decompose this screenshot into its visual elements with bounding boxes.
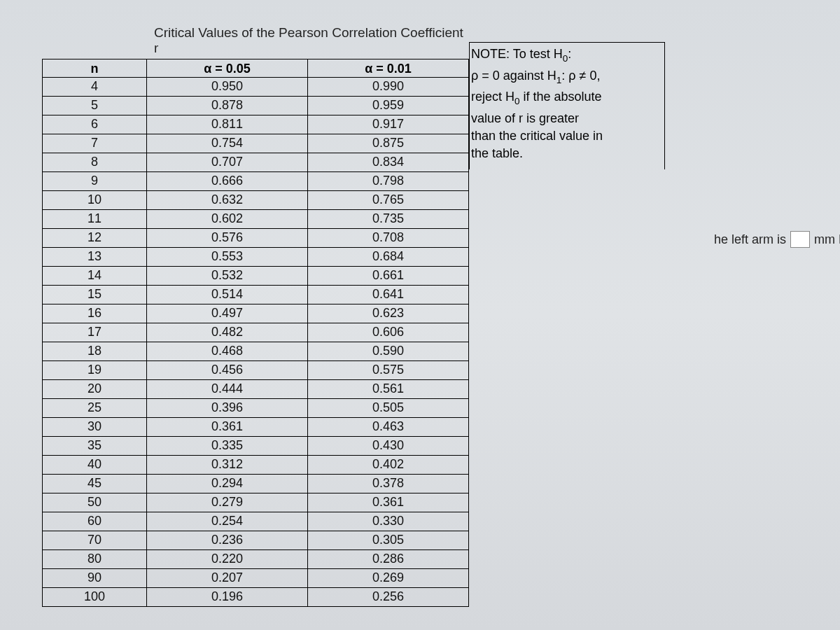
cell-alpha-01: 0.798 <box>308 172 469 191</box>
cell-n: 70 <box>42 531 147 550</box>
cell-alpha-05: 0.361 <box>147 418 308 437</box>
note-box: NOTE: To test H0: ρ = 0 against H1: ρ ≠ … <box>469 42 665 169</box>
cell-alpha-05: 0.811 <box>147 115 308 134</box>
cell-n: 6 <box>42 115 147 134</box>
note-text: reject H <box>471 90 514 104</box>
cell-alpha-01: 0.286 <box>308 550 469 569</box>
cell-n: 15 <box>42 286 147 304</box>
bg-text-suffix: mm Hg <box>814 232 840 247</box>
cell-alpha-05: 0.754 <box>147 134 308 153</box>
cell-alpha-05: 0.456 <box>147 361 308 380</box>
cell-n: 45 <box>42 475 147 493</box>
cell-n: 17 <box>42 323 147 342</box>
column-alpha-05: α = 0.05 0.9500.8780.8110.7540.7070.6660… <box>147 59 308 607</box>
cell-n: 18 <box>42 342 147 361</box>
cell-n: 9 <box>42 172 147 191</box>
answer-input-box[interactable] <box>790 231 810 248</box>
cell-alpha-05: 0.236 <box>147 531 308 550</box>
background-question-fragment: he left arm is mm Hg <box>714 231 840 248</box>
cell-alpha-01: 0.330 <box>308 512 469 531</box>
cell-alpha-01: 0.641 <box>308 286 469 304</box>
cell-alpha-05: 0.207 <box>147 569 308 588</box>
cell-alpha-01: 0.708 <box>308 229 469 248</box>
cell-alpha-05: 0.279 <box>147 493 308 512</box>
cell-n: 4 <box>42 78 147 97</box>
cell-n: 50 <box>42 493 147 512</box>
note-line-1: NOTE: To test H0: <box>471 46 660 67</box>
column-alpha-01: α = 0.01 0.9900.9590.9170.8750.8340.7980… <box>308 59 469 607</box>
subscript: 0 <box>514 96 520 106</box>
cell-alpha-05: 0.632 <box>147 191 308 210</box>
cell-alpha-01: 0.305 <box>308 531 469 550</box>
cell-alpha-05: 0.707 <box>147 153 308 172</box>
cell-alpha-05: 0.482 <box>147 323 308 342</box>
header-alpha-01: α = 0.01 <box>308 59 469 78</box>
cell-n: 13 <box>42 248 147 267</box>
cell-alpha-05: 0.444 <box>147 380 308 399</box>
cell-n: 12 <box>42 229 147 248</box>
cell-n: 60 <box>42 512 147 531</box>
cell-alpha-05: 0.220 <box>147 550 308 569</box>
header-alpha-05: α = 0.05 <box>147 59 308 78</box>
column-n: n 45678910111213141516171819202530354045… <box>42 59 147 607</box>
cell-n: 14 <box>42 267 147 286</box>
cell-alpha-01: 0.684 <box>308 248 469 267</box>
cell-alpha-05: 0.335 <box>147 437 308 456</box>
cell-alpha-01: 0.875 <box>308 134 469 153</box>
cell-alpha-05: 0.878 <box>147 97 308 115</box>
cell-alpha-05: 0.666 <box>147 172 308 191</box>
page-container: Critical Values of the Pearson Correlati… <box>0 0 840 630</box>
cell-n: 20 <box>42 380 147 399</box>
cell-alpha-01: 0.256 <box>308 588 469 607</box>
cell-n: 16 <box>42 304 147 323</box>
cell-alpha-05: 0.468 <box>147 342 308 361</box>
table-columns: n 45678910111213141516171819202530354045… <box>42 59 469 607</box>
cell-n: 80 <box>42 550 147 569</box>
cell-alpha-01: 0.575 <box>308 361 469 380</box>
cell-n: 8 <box>42 153 147 172</box>
cell-alpha-05: 0.312 <box>147 456 308 475</box>
cell-alpha-05: 0.576 <box>147 229 308 248</box>
note-text: : <box>568 47 571 61</box>
cell-alpha-01: 0.765 <box>308 191 469 210</box>
cell-n: 10 <box>42 191 147 210</box>
cell-alpha-01: 0.402 <box>308 456 469 475</box>
cell-alpha-05: 0.514 <box>147 286 308 304</box>
cell-alpha-01: 0.269 <box>308 569 469 588</box>
note-text: ρ = 0 against H <box>471 69 556 83</box>
cell-n: 5 <box>42 97 147 115</box>
cell-alpha-01: 0.378 <box>308 475 469 493</box>
cell-alpha-01: 0.623 <box>308 304 469 323</box>
note-text: : ρ ≠ 0, <box>561 69 600 83</box>
cell-alpha-01: 0.463 <box>308 418 469 437</box>
cell-alpha-05: 0.553 <box>147 248 308 267</box>
note-text: NOTE: To test H <box>471 47 563 61</box>
note-line-5: than the critical value in <box>471 127 660 145</box>
cell-n: 30 <box>42 418 147 437</box>
cell-alpha-05: 0.532 <box>147 267 308 286</box>
cell-alpha-01: 0.606 <box>308 323 469 342</box>
note-line-2: ρ = 0 against H1: ρ ≠ 0, <box>471 67 660 89</box>
cell-alpha-01: 0.430 <box>308 437 469 456</box>
cell-alpha-05: 0.602 <box>147 210 308 229</box>
cell-alpha-05: 0.950 <box>147 78 308 97</box>
cell-alpha-01: 0.917 <box>308 115 469 134</box>
cell-alpha-01: 0.990 <box>308 78 469 97</box>
cell-n: 7 <box>42 134 147 153</box>
table-title: Critical Values of the Pearson Correlati… <box>42 21 469 59</box>
critical-values-table: Critical Values of the Pearson Correlati… <box>42 21 469 607</box>
note-line-3: reject H0 if the absolute <box>471 88 660 110</box>
cell-alpha-05: 0.294 <box>147 475 308 493</box>
cell-alpha-01: 0.834 <box>308 153 469 172</box>
cell-n: 40 <box>42 456 147 475</box>
cell-alpha-01: 0.590 <box>308 342 469 361</box>
cell-alpha-05: 0.396 <box>147 399 308 418</box>
header-n: n <box>42 59 147 78</box>
cell-n: 90 <box>42 569 147 588</box>
cell-n: 19 <box>42 361 147 380</box>
cell-n: 100 <box>42 588 147 607</box>
cell-alpha-01: 0.735 <box>308 210 469 229</box>
note-line-4: value of r is greater <box>471 110 660 127</box>
cell-n: 35 <box>42 437 147 456</box>
cell-alpha-05: 0.196 <box>147 588 308 607</box>
